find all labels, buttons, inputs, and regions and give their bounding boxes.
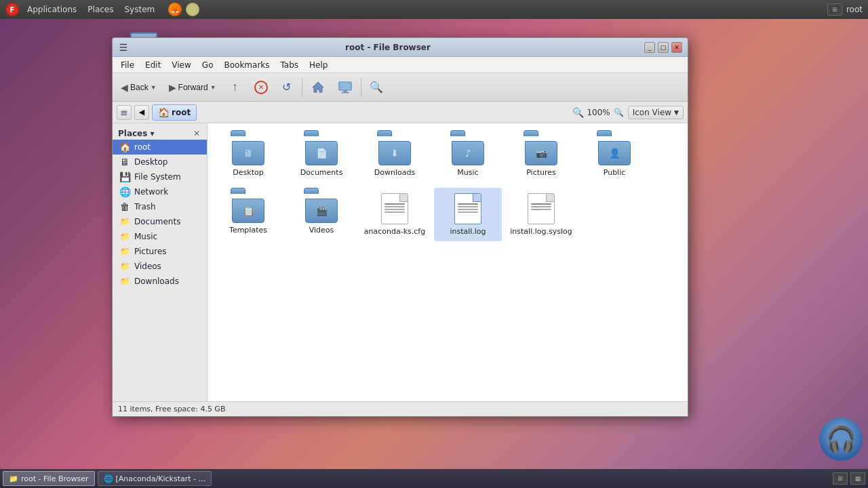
main-content: Places ▾ ✕ 🏠 root 🖥 Desktop 💾 File Syste… — [113, 123, 688, 401]
sidebar-downloads-label: Downloads — [134, 277, 179, 286]
firefox-icon[interactable]: 🦊 — [168, 3, 182, 16]
file-item-name: install.log.syslog — [510, 227, 572, 236]
list-item[interactable]: 📋 Templates — [214, 188, 282, 241]
folder-icon: 🎬 — [304, 193, 339, 223]
screen-icon: ⊞ — [827, 3, 842, 16]
path-button[interactable]: 🏠 root — [152, 104, 197, 121]
list-item[interactable]: ⬇ Downloads — [361, 130, 429, 182]
nav-back-small[interactable]: ◀ — [134, 105, 149, 120]
taskbar-right: ⊞ ▦ — [833, 472, 865, 485]
documents-folder-icon: 📄 — [316, 148, 328, 159]
computer-toolbar-button[interactable] — [332, 77, 358, 98]
zoom-section: 🔍 100% 🔍 Icon View ▼ — [572, 106, 684, 119]
path-label: root — [172, 108, 191, 117]
toggle-tree-button[interactable]: ≡ — [117, 105, 132, 120]
sidebar-item-documents[interactable]: 📁 Documents — [113, 214, 207, 229]
file-item-name: anaconda-ks.cfg — [364, 227, 425, 236]
downloads-sidebar-icon: 📁 — [119, 276, 130, 287]
root-icon: 🏠 — [119, 142, 130, 152]
sidebar-item-filesystem[interactable]: 💾 File System — [113, 169, 207, 184]
close-button[interactable]: ✕ — [671, 42, 682, 53]
top-system[interactable]: System — [120, 3, 159, 16]
file-item-name: Pictures — [526, 168, 556, 177]
stop-button[interactable]: ✕ — [249, 78, 273, 97]
zoom-level: 100% — [587, 108, 610, 117]
list-item[interactable]: 🖥 Desktop — [214, 130, 282, 182]
toolbar: ◀ Back ▼ ▶ Forward ▼ ↑ ✕ ↺ — [113, 73, 688, 102]
help-icon[interactable] — [186, 3, 199, 16]
file-item-name: Desktop — [233, 168, 263, 177]
menu-view[interactable]: View — [166, 59, 196, 71]
folder-icon: 👤 — [597, 136, 632, 165]
view-dropdown-icon: ▼ — [674, 109, 679, 116]
sidebar-close-button[interactable]: ✕ — [192, 129, 201, 138]
minimize-button[interactable]: _ — [644, 42, 655, 53]
zoom-in-button[interactable]: 🔍 — [613, 106, 625, 119]
sidebar-item-desktop[interactable]: 🖥 Desktop — [113, 155, 207, 169]
maximize-button[interactable]: □ — [658, 42, 669, 53]
file-item-name: Videos — [309, 226, 334, 235]
stop-icon: ✕ — [254, 81, 268, 94]
taskbar-anaconda[interactable]: 🌐 [Anaconda/Kickstart - ... — [98, 471, 212, 486]
menu-bookmarks[interactable]: Bookmarks — [218, 59, 275, 71]
filesystem-icon: 💾 — [119, 171, 130, 182]
sidebar-item-videos[interactable]: 📁 Videos — [113, 259, 207, 274]
sidebar-item-downloads[interactable]: 📁 Downloads — [113, 274, 207, 289]
sidebar-trash-label: Trash — [134, 202, 156, 211]
sidebar: Places ▾ ✕ 🏠 root 🖥 Desktop 💾 File Syste… — [113, 123, 208, 401]
file-grid: 🖥 Desktop 📄 Documents — [214, 130, 681, 241]
list-item[interactable]: # kic #vers insta insta anaconda-ks.cfg — [361, 188, 429, 241]
taskbar-file-browser[interactable]: 📁 root - File Browser — [3, 471, 95, 486]
list-item[interactable]: 👤 Public — [580, 130, 648, 182]
distro-logo: F — [5, 3, 19, 16]
back-button[interactable]: ◀ Back ▼ — [115, 79, 162, 96]
menu-help[interactable]: Help — [304, 59, 333, 71]
list-item[interactable]: <86J> <86J> <86J> install.log.syslog — [507, 188, 575, 241]
list-item[interactable]: insta warn insta insta install.log — [434, 188, 502, 241]
text-file-icon: insta warn insta insta — [454, 193, 481, 224]
search-button[interactable]: 🔍 — [364, 78, 389, 96]
menu-file[interactable]: File — [115, 59, 140, 71]
workspace-switcher[interactable]: ▦ — [850, 472, 865, 485]
reload-button[interactable]: ↺ — [275, 78, 299, 97]
list-item[interactable]: 📷 Pictures — [507, 130, 575, 182]
top-applications[interactable]: Applications — [23, 3, 81, 16]
menu-go[interactable]: Go — [197, 59, 219, 71]
sidebar-item-music[interactable]: 📁 Music — [113, 229, 207, 244]
list-item[interactable]: ♪ Music — [434, 130, 502, 182]
videos-sidebar-icon: 📁 — [119, 261, 130, 272]
pictures-sidebar-icon: 📁 — [119, 246, 130, 257]
show-desktop-button[interactable]: ⊞ — [833, 472, 848, 485]
up-button[interactable]: ↑ — [223, 78, 248, 97]
forward-button[interactable]: ▶ Forward ▼ — [163, 79, 222, 96]
sidebar-root-label: root — [134, 142, 151, 152]
menu-edit[interactable]: Edit — [140, 59, 166, 71]
sidebar-item-pictures[interactable]: 📁 Pictures — [113, 244, 207, 259]
home-toolbar-icon — [311, 80, 326, 95]
top-places[interactable]: Places — [83, 3, 117, 16]
window-controls: _ □ ✕ — [644, 42, 682, 53]
view-mode-select[interactable]: Icon View ▼ — [628, 106, 684, 119]
title-bar: ☰ root - File Browser _ □ ✕ — [113, 38, 688, 57]
svg-rect-2 — [343, 90, 347, 92]
home-button[interactable] — [305, 77, 331, 98]
sidebar-header: Places ▾ ✕ — [113, 126, 207, 140]
list-item[interactable]: 📄 Documents — [288, 130, 355, 182]
file-item-name: Templates — [229, 226, 267, 235]
back-dropdown-icon: ▼ — [151, 84, 157, 91]
sidebar-item-network[interactable]: 🌐 Network — [113, 184, 207, 199]
menu-bar: File Edit View Go Bookmarks Tabs Help — [113, 57, 688, 73]
location-bar: ≡ ◀ 🏠 root 🔍 100% 🔍 Icon View ▼ — [113, 102, 688, 123]
forward-arrow-icon: ▶ — [169, 82, 176, 93]
music-folder-icon: ♪ — [465, 148, 471, 159]
menu-tabs[interactable]: Tabs — [275, 59, 304, 71]
search-icon: 🔍 — [370, 81, 383, 94]
top-menu: Applications Places System — [23, 3, 159, 16]
sidebar-item-trash[interactable]: 🗑 Trash — [113, 199, 207, 214]
list-item[interactable]: 🎬 Videos — [288, 188, 355, 241]
zoom-out-button[interactable]: 🔍 — [572, 106, 584, 119]
sidebar-item-root[interactable]: 🏠 root — [113, 140, 207, 155]
wm-menu-btn[interactable]: ☰ — [118, 42, 129, 53]
toolbar-separator-2 — [361, 78, 361, 97]
toolbar-separator-1 — [302, 78, 302, 97]
